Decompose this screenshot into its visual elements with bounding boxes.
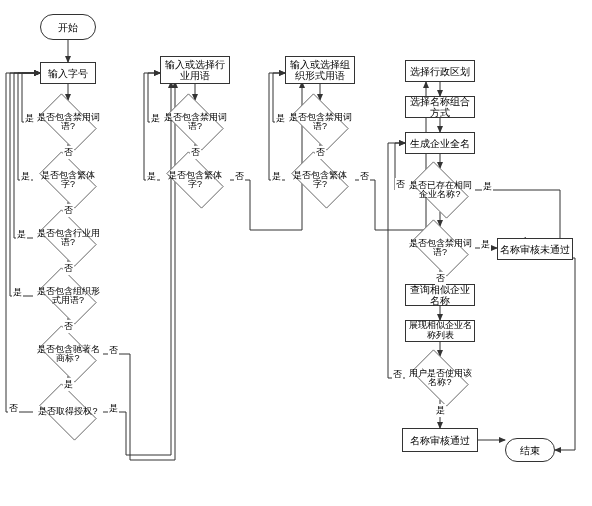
lbl-yes-8: 是	[146, 170, 157, 183]
col4-d2-label: 是否包含禁用词语?	[407, 239, 473, 258]
col4-p5: 展现相似企业名称列表	[405, 320, 475, 342]
col1-d3: 是否包含行业用语?	[33, 216, 103, 260]
col4-d1: 是否已存在相同企业名称?	[405, 168, 475, 212]
lbl-no-8: 否	[234, 170, 245, 183]
col4-d2: 是否包含禁用词语?	[405, 226, 475, 270]
lbl-yes-11: 是	[482, 180, 493, 193]
end-label: 结束	[520, 445, 540, 456]
col4-d3-label: 用户是否使用该名称?	[407, 369, 473, 388]
fail-node: 名称审核未通过	[497, 238, 573, 260]
col2-d1: 是否包含禁用词语?	[160, 100, 230, 144]
lbl-yes-6: 是	[108, 402, 119, 415]
col4-p4: 查询相似企业名称	[405, 284, 475, 306]
start-label: 开始	[58, 22, 78, 33]
col1-d5: 是否包含驰著名商标?	[33, 332, 103, 376]
lbl-no-1: 否	[63, 146, 74, 159]
lbl-yes-2: 是	[20, 170, 31, 183]
start-node: 开始	[40, 14, 96, 40]
col2-d2: 是否包含繁体字?	[160, 158, 230, 202]
col1-input-label: 输入字号	[48, 68, 88, 79]
col4-p1: 选择行政区划	[405, 60, 475, 82]
col3-input: 输入或选择组织形式用语	[285, 56, 355, 84]
col4-p2-label: 选择名称组合方式	[408, 96, 472, 118]
col2-input-label: 输入或选择行业用语	[163, 59, 227, 81]
col3-d2: 是否包含繁体字?	[285, 158, 355, 202]
pass-node: 名称审核通过	[402, 428, 478, 452]
col4-p3-label: 生成企业全名	[410, 138, 470, 149]
col2-input: 输入或选择行业用语	[160, 56, 230, 84]
fail-label: 名称审核未通过	[500, 244, 570, 255]
col1-d1: 是否包含禁用词语?	[33, 100, 103, 144]
lbl-no-9: 否	[315, 146, 326, 159]
col3-input-label: 输入或选择组织形式用语	[288, 59, 352, 81]
lbl-no-13: 否	[392, 368, 403, 381]
col1-d4-label: 是否包含组织形式用语?	[35, 287, 101, 306]
lbl-yes-9: 是	[275, 112, 286, 125]
col1-d3-label: 是否包含行业用语?	[35, 229, 101, 248]
lbl-no-4: 否	[63, 320, 74, 333]
lbl-yes-12: 是	[480, 238, 491, 251]
lbl-no-11: 否	[395, 178, 406, 191]
lbl-yes-7: 是	[150, 112, 161, 125]
col4-p4-label: 查询相似企业名称	[408, 284, 472, 306]
col3-d2-label: 是否包含繁体字?	[287, 171, 353, 190]
col1-d2-label: 是否包含繁体字?	[35, 171, 101, 190]
col4-d1-label: 是否已存在相同企业名称?	[407, 181, 473, 200]
lbl-no-2: 否	[63, 204, 74, 217]
col1-d6-label: 是否取得授权?	[38, 407, 97, 416]
lbl-yes-3: 是	[16, 228, 27, 241]
col1-d1-label: 是否包含禁用词语?	[35, 113, 101, 132]
col3-d1: 是否包含禁用词语?	[285, 100, 355, 144]
end-node: 结束	[505, 438, 555, 462]
col4-p5-label: 展现相似企业名称列表	[408, 321, 472, 341]
lbl-yes-13: 是	[435, 404, 446, 417]
lbl-no-6: 否	[8, 402, 19, 415]
col1-d6: 是否取得授权?	[33, 390, 103, 434]
lbl-no-3: 否	[63, 262, 74, 275]
col4-p3: 生成企业全名	[405, 132, 475, 154]
lbl-yes-4: 是	[12, 286, 23, 299]
col4-p1-label: 选择行政区划	[410, 66, 470, 77]
col4-d3: 用户是否使用该名称?	[405, 356, 475, 400]
col3-d1-label: 是否包含禁用词语?	[287, 113, 353, 132]
col1-input: 输入字号	[40, 62, 96, 84]
col1-d4: 是否包含组织形式用语?	[33, 274, 103, 318]
col1-d5-label: 是否包含驰著名商标?	[35, 345, 101, 364]
col2-d1-label: 是否包含禁用词语?	[162, 113, 228, 132]
lbl-yes-10: 是	[271, 170, 282, 183]
col4-p2: 选择名称组合方式	[405, 96, 475, 118]
col1-d2: 是否包含繁体字?	[33, 158, 103, 202]
lbl-no-10: 否	[359, 170, 370, 183]
lbl-yes-1: 是	[24, 112, 35, 125]
lbl-no-5: 否	[108, 344, 119, 357]
lbl-no-7: 否	[190, 146, 201, 159]
col2-d2-label: 是否包含繁体字?	[162, 171, 228, 190]
pass-label: 名称审核通过	[410, 435, 470, 446]
lbl-yes-5: 是	[63, 378, 74, 391]
lbl-no-12: 否	[435, 272, 446, 285]
